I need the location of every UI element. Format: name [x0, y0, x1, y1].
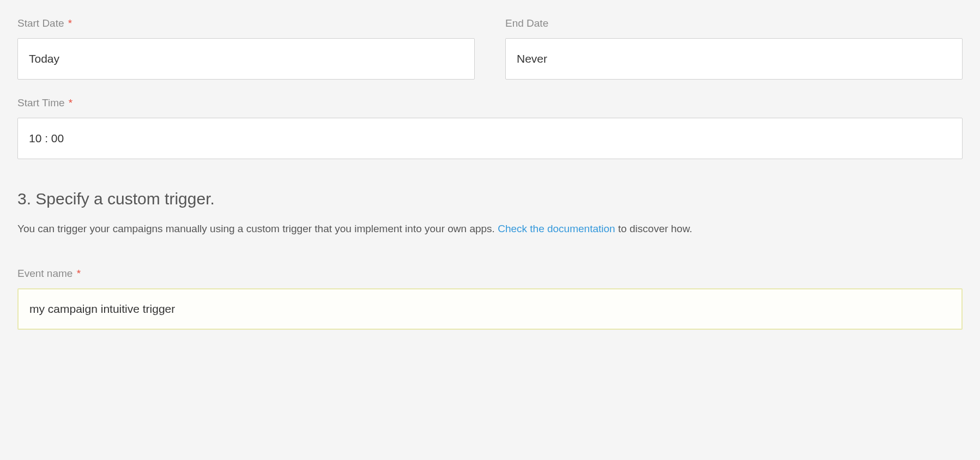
start-time-input[interactable] [17, 118, 963, 159]
start-date-group: Start Date * [17, 17, 475, 80]
start-time-label-text: Start Time [17, 97, 65, 108]
event-name-label-text: Event name [17, 268, 72, 279]
section-description: You can trigger your campaigns manually … [17, 221, 963, 237]
section-heading: 3. Specify a custom trigger. [17, 190, 963, 208]
description-after: to discover how. [615, 223, 693, 234]
event-name-label: Event name * [17, 268, 963, 280]
required-asterisk: * [68, 17, 72, 29]
documentation-link[interactable]: Check the documentation [498, 223, 615, 234]
required-asterisk: * [77, 268, 81, 279]
event-name-input[interactable] [17, 288, 963, 330]
end-date-label: End Date [505, 17, 963, 29]
end-date-label-text: End Date [505, 17, 548, 29]
start-time-group: Start Time * [17, 97, 963, 159]
start-date-label-text: Start Date [17, 17, 64, 29]
start-date-label: Start Date * [17, 17, 475, 29]
start-date-input[interactable] [17, 38, 475, 80]
end-date-group: End Date [505, 17, 963, 80]
start-time-label: Start Time * [17, 97, 963, 109]
description-before: You can trigger your campaigns manually … [17, 223, 498, 234]
required-asterisk: * [69, 97, 72, 108]
end-date-input[interactable] [505, 38, 963, 80]
event-name-group: Event name * [17, 268, 963, 330]
